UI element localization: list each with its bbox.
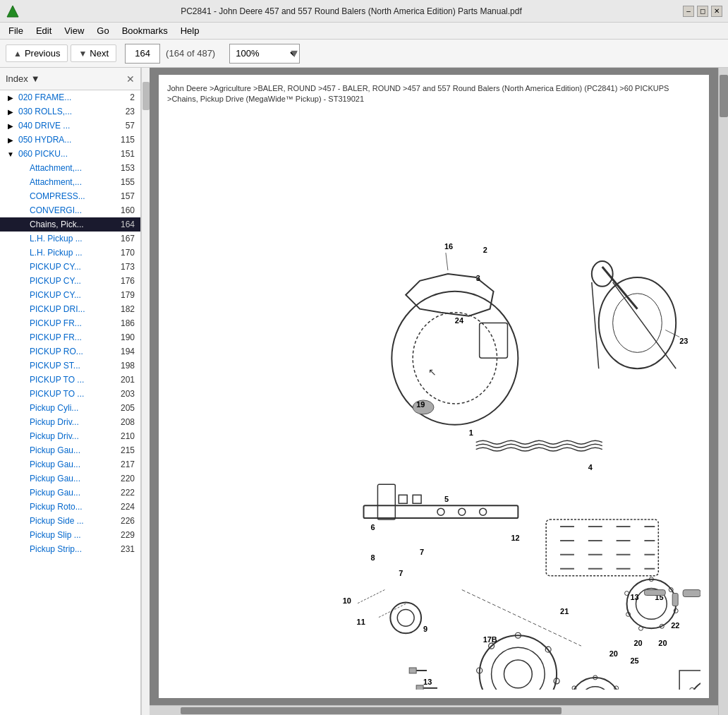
menu-edit[interactable]: Edit <box>30 24 57 37</box>
menu-help[interactable]: Help <box>175 24 205 37</box>
sidebar-item-060-18[interactable]: Pickup Cyli...205 <box>0 401 140 415</box>
next-label: Next <box>90 48 109 59</box>
svg-text:9: 9 <box>423 625 427 633</box>
svg-text:5: 5 <box>444 495 449 503</box>
svg-rect-102 <box>416 685 423 690</box>
sidebar-scrollbar-thumb[interactable] <box>142 82 150 110</box>
menu-bookmarks[interactable]: Bookmarks <box>116 24 174 37</box>
menu-file[interactable]: File <box>3 24 29 37</box>
sidebar-item-page: 155 <box>121 177 135 187</box>
sidebar-item-page: 160 <box>121 205 135 215</box>
menu-go[interactable]: Go <box>91 24 114 37</box>
sidebar-item-page: 182 <box>121 304 135 314</box>
sidebar-item-060-8[interactable]: PICKUP CY...173 <box>0 260 140 274</box>
menu-view[interactable]: View <box>59 24 90 37</box>
sidebar-item-label: 020 FRAME... <box>18 92 127 102</box>
svg-text:4: 4 <box>588 463 593 471</box>
sidebar-scrollbar[interactable] <box>141 68 150 715</box>
sidebar-item-060-3[interactable]: COMPRESS...157 <box>0 189 140 203</box>
sidebar-item-060-7[interactable]: L.H. Pickup ...170 <box>0 246 140 260</box>
sidebar-item-label: PICKUP CY... <box>30 276 118 286</box>
previous-label: Previous <box>25 48 61 59</box>
sidebar-item-060-2[interactable]: Attachment,...155 <box>0 175 140 189</box>
sidebar-item-060-16[interactable]: PICKUP TO ...201 <box>0 373 140 387</box>
expand-spacer <box>17 290 27 300</box>
svg-text:25: 25 <box>631 656 639 665</box>
sidebar-item-040[interactable]: ▶040 DRIVE ...57 <box>0 119 140 133</box>
sidebar-item-060-22[interactable]: Pickup Gau...217 <box>0 457 140 471</box>
sidebar-item-020[interactable]: ▶020 FRAME...2 <box>0 90 140 104</box>
sidebar-item-page: 190 <box>121 332 135 342</box>
sidebar-close-button[interactable]: ✕ <box>126 73 135 85</box>
sidebar-item-label: Pickup Gau... <box>30 474 118 483</box>
sidebar-item-060-10[interactable]: PICKUP CY...179 <box>0 288 140 302</box>
expand-spacer <box>17 459 27 469</box>
app-icon <box>6 4 20 18</box>
svg-rect-1 <box>167 112 700 688</box>
minimize-button[interactable]: – <box>683 6 694 17</box>
svg-text:20: 20 <box>609 649 618 658</box>
h-scrollbar-thumb[interactable] <box>181 707 562 714</box>
v-scrollbar-thumb[interactable] <box>720 75 728 117</box>
sidebar-item-060-13[interactable]: PICKUP FR...190 <box>0 330 140 344</box>
toolbar: ▲ Previous ▼ Next (164 of 487) 50% 75% 1… <box>0 40 728 68</box>
horizontal-scrollbar[interactable] <box>150 705 718 715</box>
expand-spacer <box>17 276 27 286</box>
sidebar-item-060-27[interactable]: Pickup Slip ...229 <box>0 528 140 542</box>
expand-spacer <box>17 318 27 328</box>
sidebar-item-page: 222 <box>121 488 135 498</box>
vertical-scrollbar[interactable] <box>718 68 728 715</box>
sidebar-item-label: PICKUP CY... <box>30 262 118 272</box>
sidebar-item-label: Pickup Roto... <box>30 502 118 512</box>
sidebar-item-060-11[interactable]: PICKUP DRI...182 <box>0 302 140 316</box>
sidebar-item-060-25[interactable]: Pickup Roto...224 <box>0 500 140 514</box>
sidebar-item-060-23[interactable]: Pickup Gau...220 <box>0 471 140 486</box>
sidebar-item-030[interactable]: ▶030 ROLLS,...23 <box>0 104 140 119</box>
sidebar-item-label: Pickup Gau... <box>30 459 118 469</box>
sidebar-item-060-20[interactable]: Pickup Driv...210 <box>0 429 140 443</box>
sidebar-title[interactable]: Index ▼ <box>6 73 40 84</box>
sidebar-content[interactable]: ▶020 FRAME...2▶030 ROLLS,...23▶040 DRIVE… <box>0 90 140 715</box>
sidebar-item-060-6[interactable]: L.H. Pickup ...167 <box>0 232 140 246</box>
expand-spacer <box>17 191 27 201</box>
sidebar-item-060[interactable]: ▼060 PICKU...151 <box>0 147 140 161</box>
page-input[interactable] <box>125 44 160 64</box>
svg-text:8: 8 <box>370 553 375 562</box>
svg-marker-0 <box>7 6 18 17</box>
svg-text:24: 24 <box>455 316 464 324</box>
sidebar-item-page: 176 <box>121 276 135 286</box>
sidebar-item-060-26[interactable]: Pickup Side ...226 <box>0 514 140 528</box>
down-arrow-icon: ▼ <box>78 49 87 59</box>
sidebar-item-060-24[interactable]: Pickup Gau...222 <box>0 486 140 500</box>
sidebar-item-060-12[interactable]: PICKUP FR...186 <box>0 316 140 330</box>
sidebar-item-060-17[interactable]: PICKUP TO ...203 <box>0 387 140 401</box>
zoom-select[interactable]: 50% 75% 100% 125% 150% 200% <box>229 44 300 64</box>
sidebar-item-060-5[interactable]: Chains, Pick...164 <box>0 217 140 232</box>
next-button[interactable]: ▼ Next <box>71 44 116 62</box>
sidebar-item-page: 226 <box>121 516 135 526</box>
sidebar-item-label: PICKUP ST... <box>30 361 118 371</box>
menu-bar: File Edit View Go Bookmarks Help <box>0 23 728 40</box>
svg-text:20: 20 <box>658 639 667 647</box>
sidebar-item-060-14[interactable]: PICKUP RO...194 <box>0 344 140 359</box>
sidebar-item-060-9[interactable]: PICKUP CY...176 <box>0 274 140 288</box>
close-button[interactable]: ✕ <box>711 6 722 17</box>
sidebar-item-060-4[interactable]: CONVERGI...160 <box>0 203 140 217</box>
sidebar-item-060-21[interactable]: Pickup Gau...215 <box>0 443 140 457</box>
sidebar-item-060-15[interactable]: PICKUP ST...198 <box>0 359 140 373</box>
svg-text:20: 20 <box>634 639 643 647</box>
sidebar-item-060-1[interactable]: Attachment,...153 <box>0 161 140 175</box>
sidebar-item-060-28[interactable]: Pickup Strip...231 <box>0 542 140 556</box>
sidebar-item-050[interactable]: ▶050 HYDRA...115 <box>0 133 140 147</box>
restore-button[interactable]: ◻ <box>697 6 708 17</box>
expand-spacer <box>17 502 27 512</box>
svg-text:11: 11 <box>357 618 365 626</box>
sidebar-item-label: 030 ROLLS,... <box>18 107 123 116</box>
expand-icon: ▶ <box>6 135 16 145</box>
sidebar-item-label: PICKUP CY... <box>30 290 118 300</box>
expand-spacer <box>17 361 27 371</box>
expand-icon: ▶ <box>6 107 16 116</box>
window-controls[interactable]: – ◻ ✕ <box>683 6 722 17</box>
previous-button[interactable]: ▲ Previous <box>6 44 68 62</box>
sidebar-item-060-19[interactable]: Pickup Driv...208 <box>0 415 140 429</box>
